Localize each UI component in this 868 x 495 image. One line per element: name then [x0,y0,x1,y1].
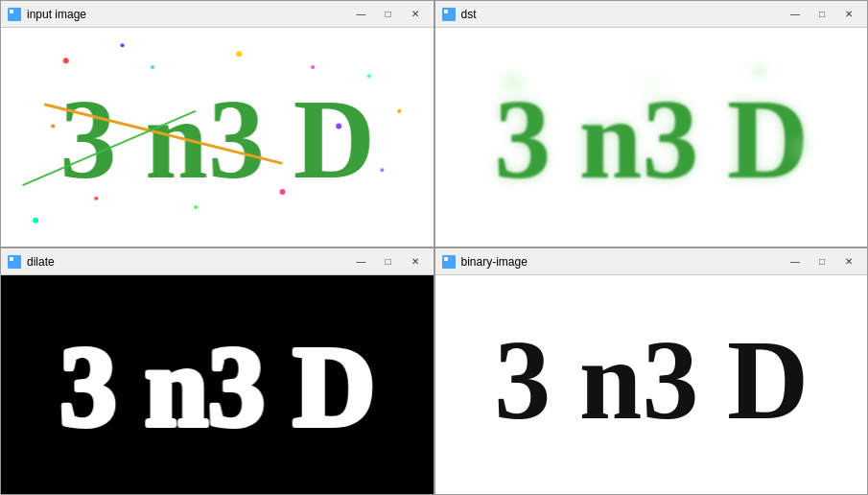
window-icon-dst [441,7,457,22]
svg-rect-1 [10,10,13,13]
close-button-binary[interactable]: ✕ [836,253,861,271]
minimize-button-input[interactable]: — [349,6,374,23]
close-button-dst[interactable]: ✕ [836,6,861,23]
svg-rect-3 [444,10,448,13]
close-button-input[interactable]: ✕ [403,6,428,23]
window-dilate: dilate — □ ✕ [0,248,434,495]
dilate-content [1,275,434,494]
minimize-button-binary[interactable]: — [783,253,808,271]
titlebar-controls-dst: — □ ✕ [783,6,861,23]
input-image-content [1,28,434,247]
window-title-dilate: dilate [27,255,349,269]
titlebar-controls-input: — □ ✕ [349,6,428,23]
input-image-canvas [1,28,434,247]
window-icon [7,7,22,22]
titlebar-dilate: dilate — □ ✕ [1,248,434,275]
titlebar-binary: binary-image — □ ✕ [435,248,868,275]
window-title-binary: binary-image [461,255,784,269]
window-input-image: input image — □ ✕ [0,0,434,248]
binary-content [435,275,868,494]
maximize-button-input[interactable]: □ [376,6,401,23]
close-button-dilate[interactable]: ✕ [403,253,428,271]
dilate-canvas [1,275,434,494]
binary-canvas [435,275,868,494]
window-icon-binary [441,254,457,270]
window-binary: binary-image — □ ✕ [434,248,869,495]
minimize-button-dilate[interactable]: — [349,253,374,271]
minimize-button-dst[interactable]: — [783,6,808,23]
window-title-dst: dst [461,8,784,21]
window-dst: dst — □ ✕ [434,0,869,248]
window-icon-dilate [7,254,22,270]
svg-rect-7 [444,257,448,261]
titlebar-controls-dilate: — □ ✕ [349,253,428,271]
maximize-button-binary[interactable]: □ [809,253,834,271]
dst-canvas [435,28,868,247]
window-title-input: input image [27,8,349,21]
titlebar-dst: dst — □ ✕ [435,1,868,28]
dst-content [435,28,868,247]
titlebar-input-image: input image — □ ✕ [1,1,434,28]
svg-rect-5 [10,257,13,261]
titlebar-controls-binary: — □ ✕ [783,253,861,271]
maximize-button-dst[interactable]: □ [809,6,834,23]
maximize-button-dilate[interactable]: □ [376,253,401,271]
